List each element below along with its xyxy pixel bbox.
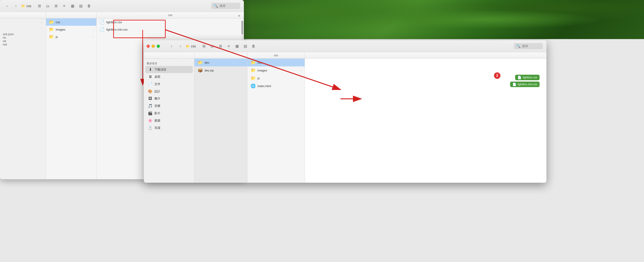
badge-file-label-2: lightbox.min.css [518, 83, 537, 86]
finder-bg-toolbar: ‹ › 📁 css ⊞ 🗂 ⊞ ≡ ▦ ▤ 🗑 🔍 [0, 0, 244, 12]
view-icons-btn[interactable]: ⊞ [52, 2, 59, 9]
fg-col-item-index[interactable]: 🌐 index.html [247, 82, 305, 90]
finder-bg-sidebar: › › ock.json on nd md [0, 18, 46, 179]
minimize-button[interactable] [152, 45, 155, 48]
file-partial-1: ock.json on nd md [0, 30, 46, 48]
fg-sidebar-section-favs: 喜好項目 [144, 60, 194, 66]
fg-css-chevron: › [301, 61, 302, 64]
fg-sidebar: 喜好項目 ⬇ 下載項目 🖥 桌面 📄 文件 🎨 設計 🖼 圖片 [144, 59, 194, 183]
col-item-lightbox-min-css[interactable]: 📄 lightbox.min.css [97, 26, 244, 33]
sidebar-item-1[interactable]: › [1, 20, 45, 25]
fg-sidebar-movies[interactable]: 🎬 影片 [145, 110, 193, 117]
fg-path-title: css [191, 44, 196, 48]
col-item-images[interactable]: 📁 images › [46, 26, 96, 33]
view-sidebar-btn[interactable]: ⊞ [36, 2, 43, 9]
folder-icon: 📁 [21, 4, 25, 8]
badge-file-icon-2: 📄 [512, 82, 516, 86]
badge-file-label-1: lightbox.css [523, 76, 537, 79]
column-header-css: css [168, 13, 172, 17]
fg-view-icons-btn[interactable]: ⊞ [217, 43, 224, 50]
fg-view-list-btn[interactable]: ≡ [225, 43, 232, 50]
fg-sidebar-documents[interactable]: 📄 文件 [145, 80, 193, 88]
chevron-icon-3: › [93, 36, 94, 38]
design-icon: 🎨 [148, 89, 152, 94]
view-columns-btn[interactable]: ▦ [69, 2, 76, 9]
fg-search-box[interactable]: 🔍 [514, 43, 543, 49]
fg-col-dev: 📁 dev › 📦 dev.zip [194, 59, 247, 183]
folder-css-icon: 📁 [49, 19, 54, 24]
finder-fg-toolbar: ‹ › 📁 css ⊞ 🗂 ⊞ ≡ ▦ ▤ 🗑 🔍 [144, 40, 546, 52]
background-photo [241, 0, 644, 39]
search-input[interactable] [220, 4, 238, 7]
chevron-icon: › [93, 21, 94, 23]
fg-sidebar-pictures[interactable]: 🖼 圖片 [145, 95, 193, 102]
scrollbar-thumb[interactable] [241, 21, 243, 34]
sidebar-item7-label: 紫菱 [154, 119, 160, 123]
documents-icon: 📄 [148, 82, 152, 86]
fg-col-item-css[interactable]: 📁 css › [247, 59, 305, 66]
fg-view-path-btn[interactable]: 🗂 [209, 43, 216, 50]
fg-folder-images-icon: 📁 [250, 68, 256, 73]
fg-folder-icon: 📁 [186, 44, 190, 48]
fg-delete-btn[interactable]: 🗑 [250, 43, 257, 50]
ring-icon: 💍 [148, 126, 152, 130]
fg-forward-button[interactable]: › [177, 43, 184, 50]
col-item-lightbox-css[interactable]: 📄 lightbox.css [97, 18, 244, 26]
folder-images-icon: 📁 [49, 27, 54, 32]
col-item-css[interactable]: 📁 css › [46, 18, 96, 26]
purple-icon: 🌸 [148, 118, 152, 123]
fg-view-gallery-btn[interactable]: ▤ [242, 43, 249, 50]
fg-col-item-dev-zip[interactable]: 📦 dev.zip [194, 66, 247, 74]
fg-col-css: 📁 css › 📁 images › 📁 js › 🌐 index.html [247, 59, 305, 183]
fg-sidebar-downloads[interactable]: ⬇ 下載項目 [145, 66, 193, 73]
fg-col-item-images[interactable]: 📁 images › [247, 66, 305, 74]
search-box[interactable]: 🔍 [211, 3, 240, 9]
fg-view-sidebar-btn[interactable]: ⊞ [200, 43, 207, 50]
view-gallery-btn[interactable]: ▤ [77, 2, 84, 9]
archive-icon: 📦 [198, 68, 203, 73]
delete-btn[interactable]: 🗑 [86, 2, 92, 9]
add-column-btn[interactable]: + [236, 13, 242, 18]
path-label: 📁 css [21, 4, 31, 8]
file-min-css-icon: 📄 [100, 27, 104, 32]
chevron-icon-2: › [42, 27, 42, 29]
badge-file-icon-1: 📄 [518, 76, 521, 79]
fg-sidebar-item8[interactable]: 💍 耳環 [145, 124, 193, 131]
fg-images-chevron: › [301, 69, 302, 72]
finder-bg-col1: 📁 css › 📁 images › 📁 js › [46, 18, 97, 179]
folder-dev-icon: 📁 [198, 60, 203, 65]
fg-sidebar-music[interactable]: 🎵 音樂 [145, 102, 193, 109]
maximize-button[interactable] [157, 45, 160, 48]
view-list-btn[interactable]: ≡ [61, 2, 68, 9]
forward-button[interactable]: › [12, 2, 19, 9]
file-badge-lightbox-css: 📄 lightbox.css [515, 75, 540, 80]
fg-col-item-js[interactable]: 📁 js › [247, 74, 305, 82]
back-button[interactable]: ‹ [4, 2, 10, 9]
fg-sidebar-item7[interactable]: 🌸 紫菱 [145, 117, 193, 124]
sidebar-item-2[interactable]: › [1, 25, 45, 30]
fg-col-item-dev[interactable]: 📁 dev › [194, 59, 247, 66]
file-badge-lightbox-min-css: 📄 lightbox.min.css [510, 82, 540, 87]
finder-window-foreground: ‹ › 📁 css ⊞ 🗂 ⊞ ≡ ▦ ▤ 🗑 🔍 css [144, 40, 546, 183]
sidebar-item8-label: 耳環 [154, 126, 160, 130]
sidebar-pictures-label: 圖片 [154, 96, 160, 101]
view-path-btn[interactable]: 🗂 [44, 2, 51, 9]
sidebar-design-label: 設計 [154, 89, 160, 94]
fg-path-label: 📁 css [186, 44, 196, 48]
desktop-icon: 🖥 [148, 75, 152, 79]
fg-column-header-css: css [274, 54, 278, 57]
fg-sidebar-desktop[interactable]: 🖥 桌面 [145, 73, 193, 80]
col-item-js[interactable]: 📁 js › [46, 33, 96, 40]
fg-view-columns-btn[interactable]: ▦ [234, 43, 240, 50]
close-button[interactable] [146, 45, 150, 48]
sidebar-desktop-label: 桌面 [154, 75, 160, 79]
fg-back-button[interactable]: ‹ [168, 43, 175, 50]
fg-js-chevron: › [301, 77, 302, 79]
dev-chevron: › [243, 61, 244, 64]
fg-sidebar-design[interactable]: 🎨 設計 [145, 88, 193, 95]
fg-search-input[interactable] [522, 44, 540, 48]
music-icon: 🎵 [148, 104, 152, 108]
fg-search-icon: 🔍 [516, 44, 521, 48]
folder-js-icon: 📁 [49, 34, 54, 39]
movies-icon: 🎬 [148, 111, 152, 115]
